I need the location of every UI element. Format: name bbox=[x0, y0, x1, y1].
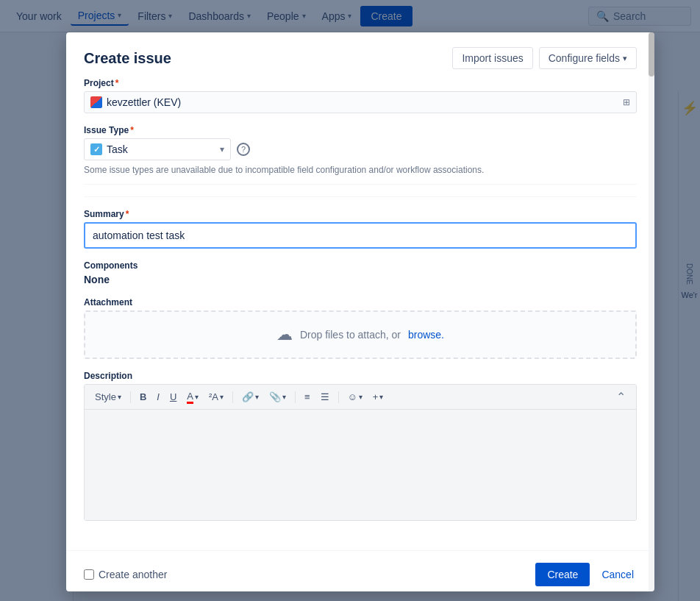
attachment-field: Attachment ☁ Drop files to attach, or br… bbox=[84, 297, 637, 359]
drop-text: Drop files to attach, or bbox=[300, 329, 401, 341]
font-size-chevron-icon: ▾ bbox=[220, 393, 224, 401]
style-chevron-icon: ▾ bbox=[118, 393, 121, 401]
toolbar-underline-button[interactable]: U bbox=[165, 389, 181, 405]
modal-footer: Create another Create Cancel bbox=[66, 550, 654, 591]
components-label: Components bbox=[84, 260, 637, 271]
upload-icon: ☁ bbox=[276, 325, 293, 344]
issue-type-required: * bbox=[130, 125, 134, 135]
font-color-chevron-icon: ▾ bbox=[195, 393, 199, 401]
create-button-footer[interactable]: Create bbox=[535, 563, 590, 586]
issue-type-field: Issue Type * Task ▾ ? Some issue types a… bbox=[84, 125, 637, 185]
toolbar-sep-3 bbox=[295, 391, 296, 403]
project-select[interactable]: kevzettler (KEV) ⊞ bbox=[84, 91, 637, 113]
description-content[interactable] bbox=[85, 410, 636, 520]
create-issue-modal: Create issue Import issues Configure fie… bbox=[66, 32, 654, 591]
toolbar-expand-button[interactable]: ⌃ bbox=[612, 388, 630, 406]
cancel-button[interactable]: Cancel bbox=[599, 563, 637, 586]
issue-type-note: Some issue types are unavailable due to … bbox=[84, 165, 637, 185]
issue-type-row: Task ▾ ? bbox=[84, 138, 637, 160]
description-label: Description bbox=[84, 371, 637, 381]
project-name: kevzettler (KEV) bbox=[107, 96, 618, 108]
issue-type-select[interactable]: Task ▾ bbox=[84, 138, 231, 160]
summary-required: * bbox=[126, 209, 129, 219]
modal-header-actions: Import issues Configure fields ▾ bbox=[452, 47, 637, 69]
description-field: Description Style ▾ B I U A ▾ bbox=[84, 371, 637, 521]
toolbar-font-size-button[interactable]: ²A ▾ bbox=[204, 389, 228, 405]
issue-type-label: Issue Type * bbox=[84, 125, 637, 135]
components-field: Components None bbox=[84, 260, 637, 285]
task-icon bbox=[90, 143, 102, 155]
summary-input[interactable] bbox=[84, 222, 637, 249]
toolbar-numbered-list-button[interactable]: ☰ bbox=[316, 389, 334, 405]
project-icon bbox=[90, 96, 102, 108]
project-field: Project * kevzettler (KEV) ⊞ bbox=[84, 78, 637, 113]
attach-chevron-icon: ▾ bbox=[282, 393, 286, 401]
create-another-checkbox[interactable] bbox=[84, 569, 94, 580]
toolbar-sep-4 bbox=[338, 391, 339, 403]
components-value: None bbox=[84, 274, 637, 285]
toolbar-more-button[interactable]: + ▾ bbox=[368, 389, 388, 405]
toolbar-font-color-button[interactable]: A ▾ bbox=[182, 388, 203, 406]
project-dropdown-icon: ⊞ bbox=[623, 97, 630, 107]
summary-field: Summary * bbox=[84, 209, 637, 249]
toolbar-emoji-button[interactable]: ☺ ▾ bbox=[343, 389, 367, 405]
create-another-row: Create another bbox=[84, 569, 167, 580]
project-required: * bbox=[115, 78, 119, 88]
summary-label: Summary * bbox=[84, 209, 637, 219]
toolbar-style-button[interactable]: Style ▾ bbox=[90, 389, 126, 405]
toolbar-italic-button[interactable]: I bbox=[152, 389, 164, 405]
modal-title: Create issue bbox=[84, 50, 171, 67]
create-another-label: Create another bbox=[99, 569, 167, 580]
toolbar-attachment-button[interactable]: 📎 ▾ bbox=[265, 389, 290, 405]
editor-toolbar: Style ▾ B I U A ▾ ²A ▾ bbox=[85, 385, 636, 410]
attachment-label: Attachment bbox=[84, 297, 637, 307]
emoji-chevron-icon: ▾ bbox=[359, 393, 362, 401]
toolbar-sep-1 bbox=[130, 391, 131, 403]
help-icon[interactable]: ? bbox=[237, 143, 250, 156]
toolbar-sep-2 bbox=[232, 391, 233, 403]
toolbar-link-button[interactable]: 🔗 ▾ bbox=[238, 389, 263, 405]
modal-header: Create issue Import issues Configure fie… bbox=[66, 32, 654, 78]
issue-type-chevron-icon: ▾ bbox=[220, 144, 224, 154]
link-chevron-icon: ▾ bbox=[255, 393, 259, 401]
expand-icon: ⌃ bbox=[616, 390, 626, 404]
toolbar-bullet-list-button[interactable]: ≡ bbox=[300, 389, 315, 405]
more-chevron-icon: ▾ bbox=[379, 393, 383, 401]
modal-body: Project * kevzettler (KEV) ⊞ Issue Type … bbox=[66, 78, 654, 550]
form-divider bbox=[84, 196, 637, 197]
configure-fields-button[interactable]: Configure fields ▾ bbox=[539, 47, 637, 69]
toolbar-bold-button[interactable]: B bbox=[135, 389, 151, 405]
configure-fields-chevron-icon: ▾ bbox=[623, 54, 627, 63]
browse-link[interactable]: browse. bbox=[408, 329, 444, 341]
attachment-dropzone[interactable]: ☁ Drop files to attach, or browse. bbox=[84, 310, 637, 359]
import-issues-button[interactable]: Import issues bbox=[452, 47, 532, 69]
project-label: Project * bbox=[84, 78, 637, 88]
description-editor: Style ▾ B I U A ▾ ²A ▾ bbox=[84, 384, 637, 521]
